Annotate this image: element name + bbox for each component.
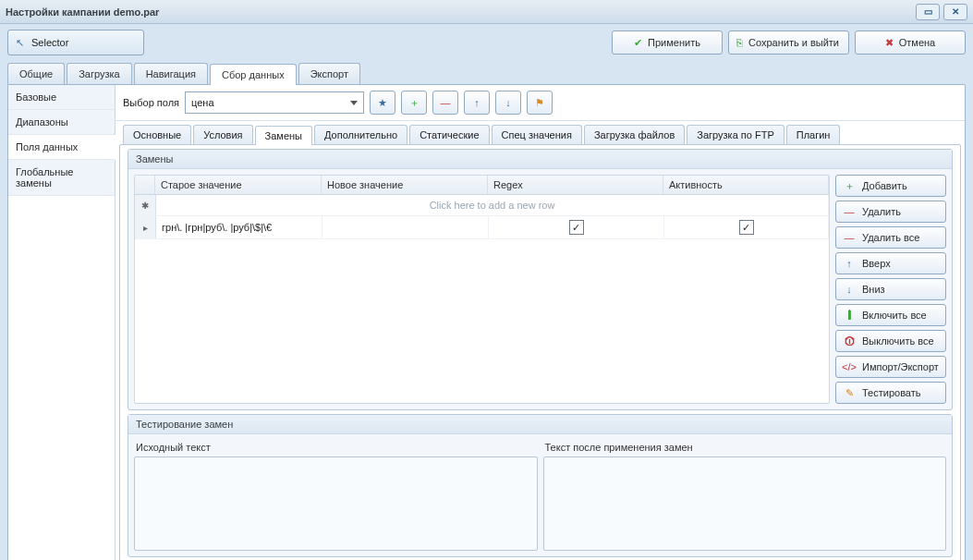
arrow-down-icon: ↓ bbox=[505, 97, 511, 108]
action-down-label: Вниз bbox=[862, 284, 885, 295]
cell-new[interactable] bbox=[322, 216, 489, 238]
move-up-button[interactable]: ↑ bbox=[464, 91, 490, 115]
action-up-label: Вверх bbox=[862, 258, 891, 269]
subtab-main[interactable]: Основные bbox=[123, 125, 191, 144]
cell-regex[interactable]: ✓ bbox=[489, 216, 664, 238]
subtab-replacements[interactable]: Замены bbox=[255, 126, 312, 145]
testing-title: Тестирование замен bbox=[128, 415, 952, 434]
plus-icon: ＋ bbox=[842, 179, 857, 193]
grid-header-old[interactable]: Старое значение bbox=[155, 176, 322, 194]
plus-icon: ＋ bbox=[409, 96, 420, 110]
action-down[interactable]: ↓Вниз bbox=[835, 278, 946, 300]
grid-new-row[interactable]: ✱ Click here to add a new row bbox=[135, 195, 829, 216]
action-delete-all[interactable]: —Удалить все bbox=[835, 226, 946, 249]
subtab-special[interactable]: Спец значения bbox=[492, 125, 582, 144]
flag-icon: ⚑ bbox=[535, 97, 544, 109]
subtab-file-download[interactable]: Загрузка файлов bbox=[584, 125, 685, 144]
cancel-icon: ✖ bbox=[885, 37, 894, 49]
minus-icon: — bbox=[441, 97, 451, 108]
sub-tabstrip: Основные Условия Замены Дополнительно Ст… bbox=[116, 121, 965, 144]
subtab-plugin[interactable]: Плагин bbox=[786, 125, 841, 144]
action-add-label: Добавить bbox=[862, 180, 907, 191]
grid-header-handle bbox=[135, 176, 155, 194]
replacements-group: Замены Старое значение Новое значение Re… bbox=[128, 149, 953, 410]
nav-basic[interactable]: Базовые bbox=[8, 85, 115, 110]
grid-header-new[interactable]: Новое значение bbox=[322, 176, 488, 194]
arrow-up-icon: ↑ bbox=[474, 97, 480, 108]
row-handle: ▸ bbox=[135, 216, 156, 238]
minimize-button[interactable]: ▭ bbox=[916, 4, 940, 20]
top-toolbar: ↖ Selector ✔ Применить ⎘ Сохранить и вый… bbox=[0, 24, 973, 61]
field-select-row: Выбор поля цена ★ ＋ — ↑ ↓ ⚑ bbox=[116, 85, 965, 121]
toggle-on-icon: ⏽ bbox=[842, 310, 857, 321]
code-icon: </> bbox=[842, 361, 857, 372]
move-down-button[interactable]: ↓ bbox=[495, 91, 521, 115]
testing-replacements-group: Тестирование замен Исходный текст Текст … bbox=[128, 414, 953, 557]
checkbox-icon: ✓ bbox=[739, 220, 754, 235]
nav-data-fields[interactable]: Поля данных bbox=[8, 135, 116, 160]
cell-active[interactable]: ✓ bbox=[664, 216, 829, 238]
subtab-conditions[interactable]: Условия bbox=[193, 125, 252, 144]
field-select-value: цена bbox=[191, 97, 214, 108]
field-select[interactable]: цена bbox=[185, 91, 364, 114]
wand-icon: ✎ bbox=[842, 387, 857, 399]
cancel-label: Отмена bbox=[899, 37, 935, 48]
replacements-grid[interactable]: Старое значение Новое значение Regex Акт… bbox=[134, 175, 830, 404]
replacements-title: Замены bbox=[128, 150, 952, 169]
subtab-ftp[interactable]: Загрузка по FTP bbox=[687, 125, 784, 144]
tab-download[interactable]: Загрузка bbox=[67, 63, 131, 84]
grid-header-regex[interactable]: Regex bbox=[488, 176, 663, 194]
grid-row[interactable]: ▸ грн\. |грн|руб\. |руб|\$|\€ ✓ ✓ bbox=[135, 216, 829, 239]
action-delete[interactable]: —Удалить bbox=[835, 201, 946, 223]
grid-header: Старое значение Новое значение Regex Акт… bbox=[135, 176, 829, 195]
arrow-down-icon: ↓ bbox=[842, 284, 857, 295]
subtab-content: Замены Старое значение Новое значение Re… bbox=[119, 144, 961, 560]
tab-data-collection[interactable]: Сбор данных bbox=[210, 64, 297, 85]
source-label: Исходный текст bbox=[134, 440, 538, 457]
remove-button[interactable]: — bbox=[432, 91, 458, 115]
close-button[interactable]: ✕ bbox=[943, 4, 967, 20]
window-title: Настройки кампании demo.par bbox=[6, 6, 159, 18]
star-button[interactable]: ★ bbox=[370, 91, 395, 115]
tab-navigation[interactable]: Навигация bbox=[134, 63, 208, 84]
apply-button[interactable]: ✔ Применить bbox=[612, 30, 723, 55]
minus-icon: — bbox=[842, 232, 857, 243]
subtab-additional[interactable]: Дополнительно bbox=[314, 125, 407, 144]
main-tabstrip: Общие Загрузка Навигация Сбор данных Экс… bbox=[0, 63, 973, 84]
tab-general[interactable]: Общие bbox=[7, 63, 65, 84]
selector-button[interactable]: ↖ Selector bbox=[7, 30, 144, 55]
left-nav: Базовые Диапазоны Поля данных Глобальные… bbox=[8, 85, 116, 560]
toggle-off-icon: ⏼ bbox=[842, 335, 857, 347]
main-panel: Базовые Диапазоны Поля данных Глобальные… bbox=[7, 84, 966, 560]
grid-header-active[interactable]: Активность bbox=[663, 176, 829, 194]
save-exit-label: Сохранить и выйти bbox=[748, 37, 839, 48]
action-up[interactable]: ↑Вверх bbox=[835, 252, 946, 274]
minus-icon: — bbox=[842, 206, 857, 217]
action-import-export-label: Импорт/Экспорт bbox=[862, 361, 939, 372]
arrow-up-icon: ↑ bbox=[842, 258, 857, 269]
add-button[interactable]: ＋ bbox=[401, 91, 427, 115]
action-delete-all-label: Удалить все bbox=[862, 232, 919, 243]
source-textarea[interactable] bbox=[134, 457, 538, 551]
action-enable-all[interactable]: ⏽Включить все bbox=[835, 304, 946, 326]
cancel-button[interactable]: ✖ Отмена bbox=[855, 30, 966, 55]
action-test-label: Тестировать bbox=[862, 387, 921, 398]
cell-old[interactable]: грн\. |грн|руб\. |руб|\$|\€ bbox=[156, 216, 322, 238]
misc-button[interactable]: ⚑ bbox=[527, 91, 553, 115]
new-row-handle: ✱ bbox=[135, 195, 156, 215]
chevron-down-icon bbox=[350, 101, 358, 105]
result-label: Текст после применения замен bbox=[543, 440, 947, 457]
tab-export[interactable]: Экспорт bbox=[298, 63, 360, 84]
checkbox-icon: ✓ bbox=[569, 220, 584, 235]
apply-label: Применить bbox=[648, 37, 700, 48]
result-textarea[interactable] bbox=[543, 457, 947, 551]
save-exit-button[interactable]: ⎘ Сохранить и выйти bbox=[728, 30, 849, 55]
action-test[interactable]: ✎Тестировать bbox=[835, 382, 946, 404]
nav-global-replacements[interactable]: Глобальные замены bbox=[8, 160, 115, 196]
action-import-export[interactable]: </>Импорт/Экспорт bbox=[835, 356, 946, 378]
field-select-label: Выбор поля bbox=[123, 97, 179, 108]
action-disable-all[interactable]: ⏼Выключить все bbox=[835, 330, 946, 352]
nav-ranges[interactable]: Диапазоны bbox=[8, 110, 115, 135]
subtab-static[interactable]: Статические bbox=[409, 125, 489, 144]
action-add[interactable]: ＋Добавить bbox=[835, 175, 946, 197]
